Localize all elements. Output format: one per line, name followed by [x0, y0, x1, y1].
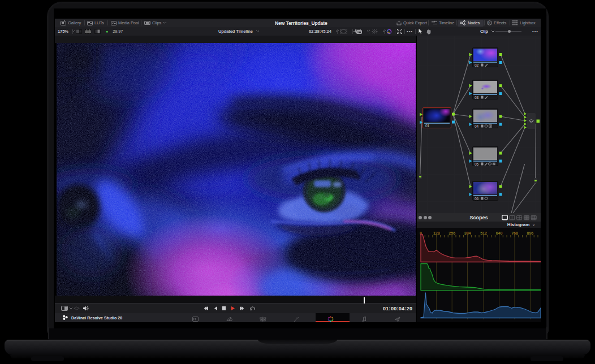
- svg-text:128: 128: [433, 231, 440, 235]
- svg-text:896: 896: [527, 231, 534, 235]
- svg-text:768: 768: [511, 231, 518, 235]
- svg-text:512: 512: [480, 231, 487, 235]
- svg-text:640: 640: [496, 231, 503, 235]
- svg-text:fx: fx: [488, 21, 490, 24]
- svg-text:256: 256: [449, 231, 455, 235]
- svg-text:384: 384: [464, 231, 471, 235]
